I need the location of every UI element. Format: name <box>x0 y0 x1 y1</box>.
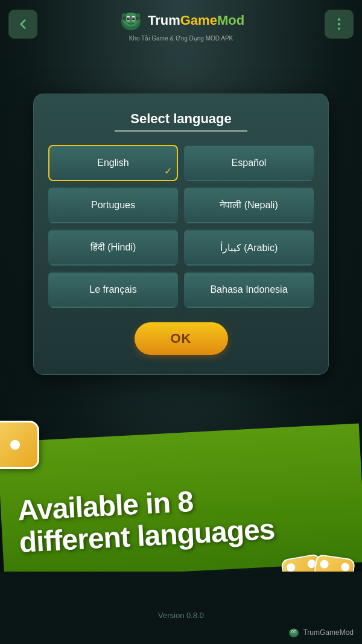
svg-point-18 <box>292 631 293 633</box>
checkmark-icon: ✓ <box>164 165 172 177</box>
lang-espanol[interactable]: Español <box>184 145 314 181</box>
lang-hindi[interactable]: हिंदी (Hindi) <box>48 229 178 266</box>
lang-french[interactable]: Le français <box>48 272 178 308</box>
lang-indonesian[interactable]: Bahasa Indonesia <box>184 272 314 308</box>
bottom-logo-label: TrumGameMod <box>303 628 354 637</box>
language-grid: English ✓ Español Portugues नेपाली (Nepa… <box>48 145 314 308</box>
lang-nepali[interactable]: नेपाली (Nepali) <box>184 187 314 223</box>
lang-english[interactable]: English ✓ <box>48 145 178 181</box>
menu-button[interactable] <box>325 10 354 39</box>
svg-rect-10 <box>123 17 139 21</box>
svg-point-13 <box>338 27 340 30</box>
dialog-title: Select language <box>48 111 314 127</box>
bottom-mascot-icon <box>287 626 300 639</box>
dialog-title-underline <box>115 130 247 132</box>
bottom-bar: Version 0.8.0 TrumGameMod <box>0 572 362 644</box>
ok-button[interactable]: OK <box>135 322 228 355</box>
svg-point-11 <box>338 18 340 21</box>
version-text: Version 0.8.0 <box>158 611 204 620</box>
language-dialog: Select language English ✓ Español Portug… <box>33 94 329 375</box>
mascot-icon <box>118 7 144 34</box>
logo-text: TrumGameMod <box>148 13 244 28</box>
logo: TrumGameMod Kho Tải Game & Ứng Dụng MOD … <box>118 7 244 42</box>
bottom-logo: TrumGameMod <box>287 626 354 639</box>
logo-subtitle: Kho Tải Game & Ứng Dụng MOD APK <box>129 35 233 42</box>
back-button[interactable] <box>8 10 37 39</box>
svg-point-12 <box>338 23 340 25</box>
lang-portugues[interactable]: Portugues <box>48 187 178 223</box>
svg-point-19 <box>295 631 296 633</box>
top-bar: TrumGameMod Kho Tải Game & Ứng Dụng MOD … <box>0 0 362 48</box>
ok-button-wrapper: OK <box>48 322 314 355</box>
svg-point-15 <box>290 628 298 636</box>
lang-arabic[interactable]: كيبارأ (Arabic) <box>184 229 314 266</box>
dice-left <box>0 421 39 469</box>
